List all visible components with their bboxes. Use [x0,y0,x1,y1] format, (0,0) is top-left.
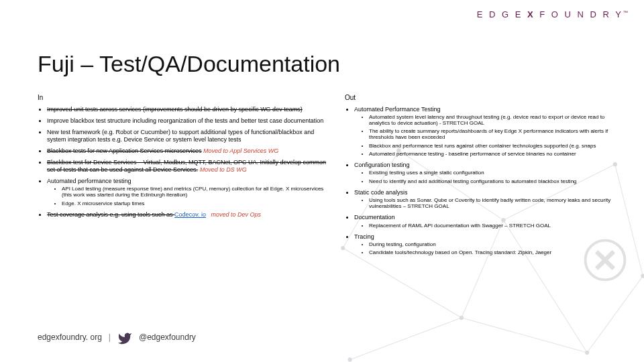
in-item: Blackbox test for Device Services – Virt… [47,159,333,173]
svg-line-5 [587,276,643,353]
out-subitem: Automated system level latency and throu… [369,114,625,126]
in-item: Automated performance testingAPI Load te… [47,178,333,206]
column-in-head: In [38,94,333,102]
in-subitem: Edge. X microservice startup times [62,200,333,206]
out-subitem: Using tools such as Sonar. Qube or Cover… [369,197,625,209]
in-item: New test framework (e.g. Robot or Cucumb… [47,129,333,143]
out-item: TracingDuring testing, configurationCand… [354,233,625,256]
svg-line-0 [350,318,462,359]
out-item: Configuration testingExisting testing us… [354,162,625,184]
svg-point-11 [460,316,464,320]
out-item: Static code analysisUsing tools such as … [354,189,625,210]
out-subitem: Replacement of RAML API documentation wi… [369,223,625,229]
out-subitem: The ability to create summary reports/da… [369,128,625,140]
column-out: Out Automated Performance TestingAutomat… [345,94,625,261]
svg-point-10 [347,357,352,361]
out-subitem: Existing testing uses a single static co… [369,170,625,176]
in-item: Test coverage analysis e.g. using tools … [47,211,333,218]
out-item: DocumentationReplacement of RAML API doc… [354,214,625,229]
footer-handle: @edgexfoundry [139,333,196,342]
twitter-icon [117,331,132,343]
out-subitem: Candidate tools/technology based on Open… [369,249,625,255]
svg-line-1 [462,318,587,353]
out-item: Automated Performance TestingAutomated s… [354,106,625,157]
out-subitem: During testing, configuration [369,241,625,247]
page-title: Fuji – Test/QA/Documentation [38,51,340,77]
out-subitem: Need to identify and add additional test… [369,178,625,184]
column-out-head: Out [345,94,625,102]
in-item: Improve blackbox test structure includin… [47,117,333,124]
svg-point-12 [585,351,589,355]
column-in: In Improved unit tests across services (… [38,94,333,261]
in-item: Blackbox tests for new Application Servi… [47,147,333,154]
footer-separator: | [109,333,111,342]
out-subitem: Automated performance testing - baseline… [369,151,625,157]
in-item: Improved unit tests across services (imp… [47,106,333,113]
out-subitem: Blackbox and performance test runs again… [369,143,625,149]
svg-point-16 [641,274,644,278]
footer: edgexfoundry. org | @edgexfoundry [38,331,196,343]
footer-site: edgexfoundry. org [38,333,102,342]
in-subitem: API Load testing (measure response time)… [62,186,333,198]
brand-logo: E D G E X F O U N D R Y™ [477,9,628,19]
